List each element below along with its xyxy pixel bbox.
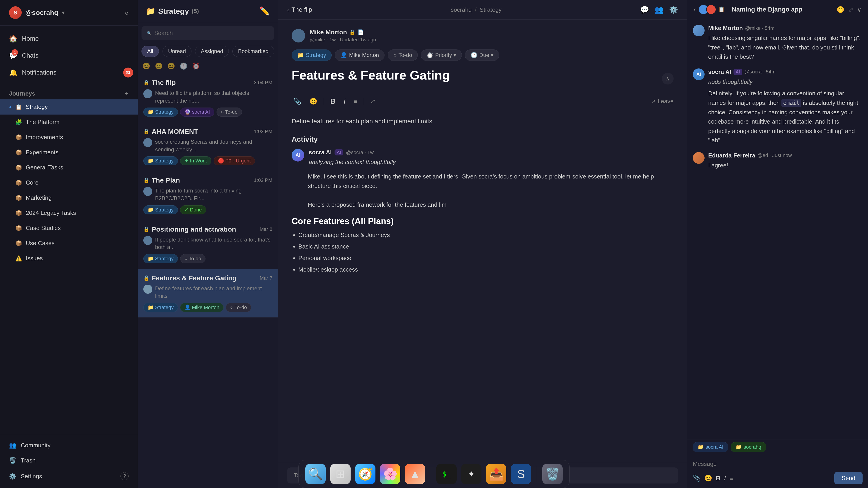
expand-action[interactable]: ⤢: [848, 6, 853, 13]
sidebar-item-case-studies[interactable]: ● 📦 Case Studies: [0, 221, 138, 236]
chat-item-the-flip[interactable]: 🔒 The flip 3:04 PM Need to flip the plat…: [138, 73, 278, 122]
task-tag-status[interactable]: ○ To-do: [388, 50, 418, 61]
filter-tab-unread[interactable]: Unread: [162, 46, 192, 57]
author-name: Mike Morton 🔒 📄: [310, 29, 376, 36]
chat-avatar: [143, 285, 152, 294]
sidebar-item-notifications[interactable]: 🔔 Notifications 91: [0, 64, 138, 81]
sidebar-item-trash[interactable]: 🗑️ Trash: [0, 453, 138, 468]
chat-item-features[interactable]: 🔒 Features & Feature Gating Mar 7 Define…: [138, 269, 278, 318]
context-tag-socra-ai[interactable]: 📁 socra AI: [693, 442, 728, 452]
sidebar-item-strategy[interactable]: ● 📋 Strategy: [0, 99, 138, 115]
context-tag-socrahq[interactable]: 📁 socrahq: [731, 442, 766, 452]
issues-icon: ⚠️: [16, 255, 22, 262]
dock-launchpad[interactable]: ⊞: [330, 464, 350, 484]
dock-scrivener[interactable]: S: [511, 464, 531, 484]
people-icon[interactable]: 👥: [655, 5, 664, 14]
leave-button[interactable]: ↗ Leave: [651, 98, 674, 105]
task-tag-due[interactable]: 🕐 Due ▾: [465, 50, 499, 61]
author-avatar: [291, 29, 305, 42]
attach-button[interactable]: 📎: [693, 475, 701, 482]
chat-input[interactable]: [693, 459, 863, 469]
sidebar-item-use-cases[interactable]: ● 📦 Use Cases: [0, 236, 138, 251]
close-action[interactable]: ∨: [857, 6, 862, 13]
sidebar-item-issues[interactable]: ● ⚠️ Issues: [0, 251, 138, 266]
sidebar-item-2024-legacy[interactable]: ● 📦 2024 Legacy Tasks: [0, 205, 138, 221]
dock-safari[interactable]: 🧭: [355, 464, 375, 484]
chat-list-header: 📁 Strategy (5) ✏️: [138, 0, 278, 22]
lock-icon: 🔒: [143, 80, 149, 86]
chat-list-title: 📁 Strategy (5): [146, 6, 199, 15]
emoji-button[interactable]: 😊: [704, 475, 712, 482]
help-button[interactable]: ?: [121, 472, 129, 480]
sidebar-item-community[interactable]: 👥 Community: [0, 438, 138, 453]
settings-icon: ⚙️: [9, 473, 16, 480]
sidebar: S @socrahq ▾ « 🏠 Home 💬 Chats 1 🔔 Notifi…: [0, 0, 138, 488]
chat-bubble-icon[interactable]: 💬: [640, 5, 649, 14]
sidebar-item-improvements[interactable]: ● 📦 Improvements: [0, 130, 138, 145]
attach-button[interactable]: 📎: [291, 96, 303, 107]
filter-tab-bookmarked[interactable]: Bookmarked: [232, 46, 274, 57]
emoji-filter-happy[interactable]: 😄: [167, 62, 175, 70]
sidebar-item-marketing[interactable]: ● 📦 Marketing: [0, 190, 138, 205]
italic-button[interactable]: I: [724, 475, 726, 482]
filter-tab-all[interactable]: All: [142, 46, 159, 57]
dock-figma[interactable]: ✦: [461, 464, 482, 484]
collapse-task-button[interactable]: ∧: [662, 73, 674, 85]
sidebar-item-chats[interactable]: 💬 Chats 1: [0, 47, 138, 64]
italic-button[interactable]: I: [342, 95, 347, 107]
emoji-filter-clock[interactable]: 🕐: [180, 62, 188, 70]
trash-label: Trash: [21, 457, 36, 464]
msg-name: Mike Morton: [708, 25, 743, 32]
filter-tab-assigned[interactable]: Assigned: [195, 46, 229, 57]
dock-photos[interactable]: 🌸: [380, 464, 400, 484]
send-button[interactable]: Send: [834, 472, 863, 484]
activity-item-text: Mike, I see this is about defining the f…: [291, 172, 674, 209]
msg-content-socra: socra AI AI @socra · 54m nods thoughtful…: [708, 68, 863, 145]
back-button[interactable]: ‹ The flip: [287, 6, 312, 13]
sidebar-item-general-tasks[interactable]: ● 📦 General Tasks: [0, 160, 138, 175]
task-tag-strategy[interactable]: 📁 Strategy: [291, 50, 332, 61]
expand-button[interactable]: ⤢: [368, 96, 377, 107]
user-info[interactable]: S @socrahq ▾: [9, 6, 65, 19]
dock-terminal[interactable]: $_: [436, 464, 457, 484]
chat-list-panel: 📁 Strategy (5) ✏️ 🔍 All Unread Assigned …: [138, 0, 278, 488]
reaction-action[interactable]: 😊: [837, 6, 844, 13]
msg-name: socra AI: [708, 68, 731, 75]
header-actions: 💬 👥 ⚙️: [640, 5, 678, 14]
sidebar-item-core[interactable]: ● 📦 Core: [0, 175, 138, 190]
sidebar-item-the-platform[interactable]: ● 🧩 The Platform: [0, 115, 138, 130]
bold-button[interactable]: B: [329, 95, 337, 107]
emoji-button[interactable]: 😊: [308, 96, 319, 107]
sidebar-item-home[interactable]: 🏠 Home: [0, 30, 138, 47]
collapse-sidebar-button[interactable]: «: [125, 8, 129, 17]
chat-item-aha-moment[interactable]: 🔒 AHA MOMENT 1:02 PM socra creating Socr…: [138, 122, 278, 171]
bold-button[interactable]: B: [716, 475, 720, 482]
gear-icon[interactable]: ⚙️: [669, 5, 678, 14]
emoji-filter-neutral[interactable]: 😐: [155, 62, 163, 70]
platform-icon: 🧩: [16, 119, 22, 125]
toolbar: 📎 😊 B I ≡ ⤢ ↗ Leave: [291, 92, 674, 111]
emoji-filter-alarm[interactable]: ⏰: [192, 62, 200, 70]
dock-arc[interactable]: ▲: [405, 464, 425, 484]
assignee-icon: 👤: [340, 52, 347, 58]
chat-item-positioning[interactable]: 🔒 Positioning and activation Mar 8 If pe…: [138, 220, 278, 269]
chat-time: 1:02 PM: [254, 129, 272, 134]
add-journey-button[interactable]: +: [125, 90, 129, 97]
compose-button[interactable]: ✏️: [259, 6, 270, 16]
search-bar[interactable]: 🔍: [142, 26, 274, 40]
chat-item-the-plan[interactable]: 🔒 The Plan 1:02 PM The plan to turn socr…: [138, 171, 278, 220]
sidebar-item-home-label: Home: [22, 35, 39, 42]
dock-trash[interactable]: 🗑️: [542, 464, 563, 484]
task-author: Mike Morton 🔒 📄 @mike · 1w · Updated 1w …: [291, 29, 674, 43]
chat-nav-prev[interactable]: ‹: [694, 6, 696, 13]
dock-transmit[interactable]: 📤: [486, 464, 506, 484]
format-button[interactable]: ≡: [352, 96, 359, 107]
dock-finder[interactable]: 🔍: [305, 464, 326, 484]
task-tag-priority[interactable]: ⏱️ Priority ▾: [421, 50, 462, 61]
sidebar-item-settings[interactable]: ⚙️ Settings ?: [0, 468, 138, 484]
sidebar-item-experiments[interactable]: ● 📦 Experiments: [0, 145, 138, 160]
search-input[interactable]: [154, 30, 269, 37]
emoji-filter-face[interactable]: 😊: [143, 62, 150, 70]
list-button[interactable]: ≡: [730, 475, 733, 482]
task-tag-assignee[interactable]: 👤 Mike Morton: [335, 50, 384, 61]
